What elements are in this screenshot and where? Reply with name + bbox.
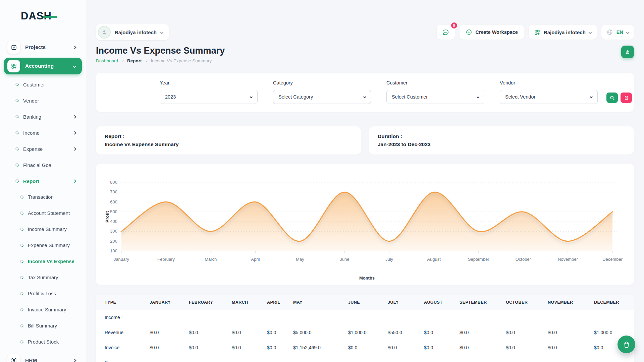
table-section-income: Income :: [96, 310, 634, 325]
sidebar-item-projects[interactable]: Projects: [4, 39, 82, 56]
create-workspace-button[interactable]: Create Workspace: [460, 25, 524, 40]
floating-action-button[interactable]: [618, 336, 635, 353]
profit-chart: 100200300400500600700800JanuaryFebruaryM…: [101, 169, 629, 283]
sidebar-item-vendor[interactable]: Vendor: [0, 93, 86, 109]
table-header-april: APRIL: [264, 295, 290, 310]
svg-text:April: April: [251, 257, 260, 262]
bullet-icon: [19, 259, 24, 264]
bullet-icon: [19, 340, 24, 344]
messages-button[interactable]: 0: [437, 25, 455, 40]
sidebar-item-expense-summary[interactable]: Expense Summary: [0, 237, 86, 253]
bullet-icon: [19, 307, 24, 312]
bullet-icon: [15, 146, 19, 151]
svg-text:September: September: [468, 257, 489, 262]
table-header-row: TYPEJANUARYFEBRUARYMARCHAPRILMAYJUNEJULY…: [96, 295, 634, 310]
company-dropdown[interactable]: Rajodiya infotech: [529, 25, 597, 40]
apply-filter-button[interactable]: [606, 93, 618, 103]
topbar-actions: 0 Create Workspace Rajodiya infotech EN: [437, 25, 634, 40]
vendor-select[interactable]: Select Vendor: [500, 90, 598, 104]
svg-text:August: August: [427, 257, 441, 262]
chevron-right-icon: [73, 46, 76, 49]
messages-badge: 0: [450, 22, 458, 29]
company-name: Rajodiya infotech: [544, 29, 586, 35]
sidebar-item-product-stock[interactable]: Product Stock: [0, 334, 86, 350]
svg-text:May: May: [296, 257, 304, 262]
person-scan-icon: [7, 354, 20, 362]
table-row-invoice: Invoice$0.0$0.0$0.0$0.0$1,152,469.0$0.0$…: [96, 340, 634, 355]
sidebar-item-customer[interactable]: Customer: [0, 76, 86, 93]
sidebar-item-expense[interactable]: Expense: [0, 141, 86, 157]
bullet-icon: [19, 227, 24, 232]
svg-text:February: February: [157, 257, 175, 262]
year-select[interactable]: 2023: [160, 90, 258, 104]
download-button[interactable]: [621, 46, 634, 58]
chart-container: 100200300400500600700800JanuaryFebruaryM…: [101, 169, 629, 283]
chevron-down-icon: [73, 64, 76, 68]
sidebar-item-label: Accounting: [25, 63, 73, 69]
year-label: Year: [160, 80, 258, 85]
svg-text:January: January: [114, 257, 129, 262]
sidebar-item-tax-summary[interactable]: Tax Summary: [0, 269, 86, 286]
logo-dash-icon: [43, 16, 57, 18]
bullet-icon: [19, 291, 24, 296]
sidebar-item-hrm[interactable]: HRM: [4, 352, 82, 362]
duration-card-label: Duration :: [378, 132, 625, 140]
breadcrumb-separator-icon: [145, 60, 148, 62]
svg-text:July: July: [385, 257, 393, 262]
person-icon: [101, 29, 108, 36]
sidebar-item-income-summary[interactable]: Income Summary: [0, 221, 86, 237]
breadcrumb-separator-icon: [121, 60, 124, 62]
svg-text:400: 400: [110, 219, 117, 224]
report-card: Report : Income Vs Expense Summary: [96, 126, 361, 155]
bullet-icon: [15, 114, 19, 119]
table-header-march: MARCH: [228, 295, 264, 310]
sidebar-item-accounting[interactable]: Accounting: [4, 58, 82, 74]
table-header-july: JULY: [384, 295, 421, 310]
bullet-icon: [19, 275, 24, 280]
breadcrumb-report[interactable]: Report: [127, 58, 142, 63]
bullet-icon: [15, 130, 19, 135]
sidebar-item-transaction[interactable]: Transaction: [0, 189, 86, 205]
vendor-label: Vendor: [500, 80, 598, 85]
sidebar-item-income-vs-expense[interactable]: Income Vs Expense: [0, 253, 86, 269]
bullet-icon: [19, 195, 24, 199]
app-logo[interactable]: DASH: [0, 0, 86, 32]
sidebar-item-label: Profit & Loss: [28, 291, 76, 296]
sidebar-item-finacial-goal[interactable]: Finacial Goal: [0, 157, 86, 173]
sidebar-item-invoice-summary[interactable]: Invoice Summary: [0, 302, 86, 318]
table-section-expense: Expense :: [96, 355, 634, 362]
sidebar-item-account-statement[interactable]: Account Statement: [0, 205, 86, 221]
chart-xlabel: Months: [359, 276, 375, 281]
sidebar-item-banking[interactable]: Banking: [0, 109, 86, 125]
sidebar-item-income[interactable]: Income: [0, 125, 86, 141]
sidebar: DASH ProjectsAccountingCustomerVendorBan…: [0, 0, 86, 362]
report-card-value: Income Vs Expense Summary: [105, 140, 352, 148]
search-icon: [609, 95, 615, 101]
category-label: Category: [273, 80, 371, 85]
sidebar-item-profit-loss[interactable]: Profit & Loss: [0, 286, 86, 302]
grid-plus-icon: [7, 60, 20, 72]
sidebar-item-report[interactable]: Report: [0, 173, 86, 189]
sidebar-item-bill-summary[interactable]: Bill Summary: [0, 318, 86, 334]
language-selector[interactable]: EN: [601, 25, 634, 40]
plus-circle-icon: [466, 29, 472, 36]
chevron-down-icon: [588, 31, 592, 34]
breadcrumb-dashboard[interactable]: Dashboard: [96, 58, 118, 63]
grid-icon: [534, 29, 540, 36]
reset-filter-button[interactable]: [621, 93, 632, 103]
sidebar-item-label: Account Statement: [28, 210, 76, 216]
svg-text:700: 700: [110, 189, 117, 194]
sidebar-item-label: Income Summary: [28, 227, 76, 232]
language-code: EN: [616, 29, 623, 35]
topbar: Rajodiya infotech 0 Create Workspace Raj…: [96, 24, 634, 40]
workspace-selector[interactable]: Rajodiya infotech: [96, 24, 169, 40]
customer-select[interactable]: Select Customer: [386, 90, 484, 104]
chevron-down-icon: [626, 31, 630, 34]
download-icon: [625, 49, 631, 55]
sidebar-nav: ProjectsAccountingCustomerVendorBankingI…: [0, 32, 86, 362]
svg-text:December: December: [602, 257, 623, 262]
sidebar-item-label: Income: [23, 130, 73, 136]
table-row-revenue: Revenue$0.0$0.0$0.0$0.0$5,000.0$1,000.0$…: [96, 325, 634, 340]
table-header-type: TYPE: [96, 295, 146, 310]
category-select[interactable]: Select Category: [273, 90, 371, 104]
